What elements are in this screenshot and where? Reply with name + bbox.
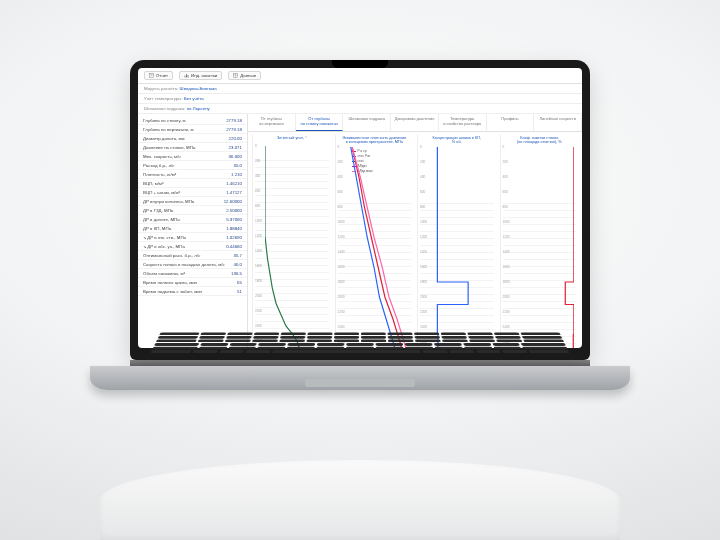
trackpad [305, 379, 415, 387]
chart-panel-2: Концентрация шлама в КП,% об.02004006008… [417, 135, 496, 348]
param-key: Время подъема с забоя, мин [143, 289, 202, 294]
param-key: Глубина по стволу, м [143, 118, 186, 123]
param-value: 0.44660 [226, 244, 242, 249]
tab-0[interactable]: От глубиныпо вертикали [248, 114, 296, 131]
param-row: Мех. скорость, м/ч36.000 [138, 152, 247, 161]
param-row: ↘ ДР в обс. уч., МПа0.44660 [138, 242, 247, 251]
cushion-label: Шламовая подушка: [144, 106, 186, 111]
svg-rect-5 [188, 75, 189, 78]
chart-title: Коэф. очистки ствола(по площади сечения)… [503, 135, 577, 148]
param-key: Диаметр долота, мм [143, 136, 185, 141]
tab-1[interactable]: От глубиныпо стволу скважины [296, 114, 344, 131]
cushion-value[interactable]: по Ларсену [187, 106, 210, 111]
chart-panel-0: Зенитный угол, °020040060080010001200140… [252, 135, 331, 348]
chart-plot[interactable]: 0200400600800100012001400160018002000220… [338, 147, 412, 348]
tab-6[interactable]: Линейные скорости [534, 114, 582, 131]
param-key: Объем скважины, м³ [143, 271, 185, 276]
param-key: ДР в долоте, МПа [143, 217, 180, 222]
param-key: Глубина по вертикали, м [143, 127, 194, 132]
chart-title: Зенитный угол, ° [255, 135, 329, 146]
bar-chart-icon [184, 73, 189, 78]
param-value: 1 210 [231, 172, 242, 177]
toolbar: Отчет Инд. очистки Данные [138, 68, 582, 84]
param-row: Объем скважины, м³136.5 [138, 269, 247, 278]
param-key: Оптимальный расх. б.р., л/с [143, 253, 200, 258]
ind-label: Инд. очистки [191, 73, 217, 78]
param-row: ВЦП, м/м³1.46210 [138, 179, 247, 188]
param-value: 136.5 [231, 271, 242, 276]
param-value: 5.37000 [226, 217, 242, 222]
param-value: 51 [237, 289, 242, 294]
param-value: 65 [237, 280, 242, 285]
param-value: 46.0 [233, 262, 242, 267]
document-icon [149, 73, 154, 78]
tab-3[interactable]: Диаграмма давления [391, 114, 439, 131]
param-key: ВЦП, м/м³ [143, 181, 164, 186]
param-row: Расход б.р., л/с35.0 [138, 161, 247, 170]
param-row: ДР в ГЗД, МПа2.50000 [138, 206, 247, 215]
ind-cleanup-button[interactable]: Инд. очистки [179, 71, 222, 80]
param-row: ДР внутри колонны, МПа12.60000 [138, 197, 247, 206]
param-key: ↘ ДР в отк. ств., МПа [143, 235, 186, 240]
param-value: 35.0 [233, 163, 242, 168]
temp-value[interactable]: Без учёта [184, 96, 204, 101]
chart-panel-1: Эквивалентная плотность давленияв кольце… [335, 135, 414, 348]
svg-rect-3 [185, 76, 186, 78]
param-key: ДР в ГЗД, МПа [143, 208, 173, 213]
settings-row-3: Шламовая подушка: по Ларсену [138, 104, 582, 114]
param-row: Оптимальный расх. б.р., л/с35.7 [138, 251, 247, 260]
temp-label: Учет температуры: [144, 96, 183, 101]
tab-2[interactable]: Шламовая подушка [343, 114, 391, 131]
chart-plot[interactable]: 0200400600800100012001400160018002000220… [255, 146, 329, 348]
param-key: ВЦП + шлам, м/м³ [143, 190, 180, 195]
chart-panel-3: Коэф. очистки ствола(по площади сечения)… [500, 135, 579, 348]
param-value: 23.071 [229, 145, 242, 150]
param-row: Время полного цикла, мин65 [138, 278, 247, 287]
param-value: 2.50000 [226, 208, 242, 213]
chart-plot[interactable]: 0200400600800100012001400160018002000220… [420, 147, 494, 348]
svg-rect-4 [186, 74, 187, 78]
tab-5[interactable]: Профиль [487, 114, 535, 131]
param-value: 2779.18 [226, 118, 242, 123]
param-key: Давление на стояке, МПа [143, 145, 195, 150]
param-key: Скорость потока в насадках долота, м/с [143, 262, 225, 267]
param-value: 36.000 [229, 154, 242, 159]
param-value: 12.60000 [224, 199, 242, 204]
param-key: Мех. скорость, м/ч [143, 154, 181, 159]
keyboard [90, 366, 630, 390]
model-label: Модель расчёта: [144, 86, 178, 91]
param-key: Плотность, кг/м³ [143, 172, 176, 177]
settings-row: Модель расчёта: Шведова-Бингама [138, 84, 582, 94]
param-row: ВЦП + шлам, м/м³1.47127 [138, 188, 247, 197]
model-value[interactable]: Шведова-Бингама [180, 86, 217, 91]
param-key: Время полного цикла, мин [143, 280, 197, 285]
param-key: ↘ ДР в обс. уч., МПа [143, 244, 185, 249]
param-value: 35.7 [233, 253, 242, 258]
param-row: Плотность, кг/м³1 210 [138, 170, 247, 179]
param-value: 1.02690 [226, 235, 242, 240]
param-row: Глубина по вертикали, м2779.18 [138, 125, 247, 134]
param-row: ↘ ДР в отк. ств., МПа1.02690 [138, 233, 247, 242]
settings-row-2: Учет температуры: Без учёта [138, 94, 582, 104]
chart-title: Концентрация шлама в КП,% об. [420, 135, 494, 148]
report-button[interactable]: Отчет [144, 71, 173, 80]
param-row: Скорость потока в насадках долота, м/с46… [138, 260, 247, 269]
report-label: Отчет [156, 73, 168, 78]
param-value: 220.00 [229, 136, 242, 141]
parameters-sidebar: Глубина по стволу, м2779.18Глубина по ве… [138, 114, 248, 348]
param-key: ДР внутри колонны, МПа [143, 199, 194, 204]
data-button[interactable]: Данные [228, 71, 261, 80]
tab-4[interactable]: Температураи свойства раствора [439, 114, 487, 131]
param-value: 1.47127 [226, 190, 242, 195]
param-row: ДР в долоте, МПа5.37000 [138, 215, 247, 224]
chart-tabs: От глубиныпо вертикалиОт глубиныпо ствол… [248, 114, 582, 132]
param-value: 1.46210 [226, 181, 242, 186]
chart-plot[interactable]: 0200400600800100012001400160018002000220… [503, 147, 577, 348]
param-key: Расход б.р., л/с [143, 163, 175, 168]
chart-title: Эквивалентная плотность давленияв кольце… [338, 135, 412, 148]
param-value: 2779.18 [226, 127, 242, 132]
data-label: Данные [240, 73, 256, 78]
param-value: 1.88840 [226, 226, 242, 231]
table-icon [233, 73, 238, 78]
charts-area: Зенитный угол, °020040060080010001200140… [248, 132, 582, 348]
